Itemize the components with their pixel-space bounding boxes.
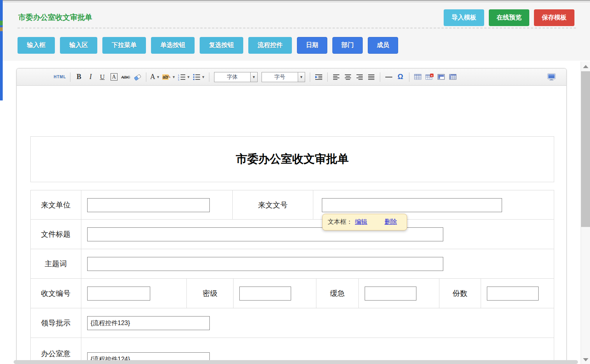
insert-table-button[interactable] xyxy=(413,72,423,82)
scroll-down-arrow-icon[interactable] xyxy=(583,358,588,361)
online-preview-button[interactable]: 在线预览 xyxy=(489,9,529,26)
edit-field-link[interactable]: 编辑 xyxy=(355,218,367,226)
horizontal-scrollbar-thumb[interactable] xyxy=(14,360,578,364)
horizontal-rule-button[interactable] xyxy=(384,72,393,82)
add-dropdown-button[interactable]: 下拉菜单 xyxy=(102,37,146,54)
table-row: 文件标题 xyxy=(31,220,554,249)
field-tooltip: 文本框： 编辑 删除 xyxy=(322,214,407,230)
chevron-down-icon: ▼ xyxy=(156,75,160,79)
table-props-button[interactable] xyxy=(448,72,458,82)
label-huanji: 缓急 xyxy=(316,279,359,308)
editor-document[interactable]: 市委办公室收文审批单 来文单位 来文文号 文件标题 xyxy=(17,86,566,364)
dotted-divider xyxy=(18,28,576,28)
chevron-down-icon: ▼ xyxy=(172,75,176,79)
header: 市委办公室收文审批单 导入模板 在线预览 保存模板 输入框 输入区 下拉菜单 单… xyxy=(3,3,590,61)
chevron-down-icon[interactable]: ▼ xyxy=(298,72,305,82)
toolbar-separator xyxy=(409,72,409,82)
shouwen-bianhao-input[interactable] xyxy=(87,287,150,301)
laiwen-wenhao-input[interactable] xyxy=(322,198,502,212)
underline-button[interactable]: U xyxy=(98,72,107,82)
vertical-scrollbar-thumb[interactable] xyxy=(581,71,590,227)
source-code-label: HTML xyxy=(54,75,66,79)
scroll-up-arrow-icon[interactable] xyxy=(583,65,588,68)
unordered-list-icon xyxy=(193,74,200,81)
highlight-color-button[interactable]: ab ✎ ▼ xyxy=(162,72,176,82)
indent-button[interactable] xyxy=(314,72,323,82)
rich-text-editor: HTML B I U A ABC A ▼ xyxy=(16,68,567,364)
table-row: 收文编号 密级 缓急 份数 xyxy=(31,279,554,308)
table-icon xyxy=(414,74,421,80)
add-date-button[interactable]: 日期 xyxy=(297,37,327,54)
source-code-button[interactable]: HTML xyxy=(54,72,66,82)
add-textarea-button[interactable]: 输入区 xyxy=(60,37,97,54)
table-row: 领导批示 xyxy=(31,308,554,338)
save-template-button[interactable]: 保存模板 xyxy=(534,9,574,26)
chevron-down-icon[interactable]: ▼ xyxy=(250,72,257,82)
form-table: 来文单位 来文文号 文件标题 主题词 xyxy=(30,190,554,364)
toolbar-separator xyxy=(70,72,70,82)
align-left-icon xyxy=(333,74,340,80)
unordered-list-button[interactable]: ▼ xyxy=(193,72,205,82)
toolbar-separator xyxy=(310,72,310,82)
label-fenshu: 份数 xyxy=(439,279,481,308)
miji-input[interactable] xyxy=(239,287,291,301)
add-flow-control-button[interactable]: 流程控件 xyxy=(248,37,292,54)
table-cell-icon xyxy=(437,74,445,80)
cell-wenjian-biaoti xyxy=(81,220,554,249)
fenshu-input[interactable] xyxy=(487,287,539,301)
delete-field-link[interactable]: 删除 xyxy=(385,218,397,226)
laiwen-danwei-input[interactable] xyxy=(87,198,210,212)
lingdao-pishi-input[interactable] xyxy=(87,316,210,330)
format-block-button[interactable]: A xyxy=(109,72,119,82)
ordered-list-button[interactable]: 1 2 3 ▼ xyxy=(178,72,190,82)
component-toolbar: 输入框 输入区 下拉菜单 单选按钮 复选按钮 流程控件 日期 部门 成员 xyxy=(18,37,398,54)
font-family-select[interactable]: 字体 ▼ xyxy=(214,72,258,82)
special-char-button[interactable]: Ω xyxy=(396,72,405,82)
align-justify-button[interactable] xyxy=(367,72,376,82)
cell-fenshu xyxy=(481,279,554,308)
boxed-a-icon: A xyxy=(111,73,118,81)
eraser-icon xyxy=(133,74,142,81)
italic-button[interactable]: I xyxy=(86,72,95,82)
toolbar-separator xyxy=(327,72,328,82)
import-template-button[interactable]: 导入模板 xyxy=(444,9,484,26)
add-department-button[interactable]: 部门 xyxy=(332,37,363,54)
font-size-select[interactable]: 字号 ▼ xyxy=(262,72,305,82)
add-checkbox-button[interactable]: 复选按钮 xyxy=(200,37,243,54)
toolbar-separator xyxy=(380,72,380,82)
cell-lingdao-pishi xyxy=(81,308,554,338)
add-input-box-button[interactable]: 输入框 xyxy=(18,37,55,54)
align-right-icon xyxy=(356,74,363,80)
align-right-button[interactable] xyxy=(355,72,364,82)
align-center-button[interactable] xyxy=(343,72,353,82)
align-left-button[interactable] xyxy=(332,72,341,82)
ordered-list-icon: 1 2 3 xyxy=(178,74,186,81)
page-root: 市委办公室收文审批单 导入模板 在线预览 保存模板 输入框 输入区 下拉菜单 单… xyxy=(0,0,590,364)
cell-zhutici xyxy=(81,249,554,279)
bold-button[interactable]: B xyxy=(74,72,84,82)
fullscreen-button[interactable] xyxy=(547,72,556,82)
font-color-button[interactable]: A ▼ xyxy=(150,72,160,82)
form-title-box: 市委办公室收文审批单 xyxy=(30,136,554,182)
label-laiwen-wenhao: 来文文号 xyxy=(233,190,314,220)
huanji-input[interactable] xyxy=(365,287,416,301)
label-zhutici: 主题词 xyxy=(31,249,81,279)
align-center-icon xyxy=(344,74,351,80)
left-edge-mark xyxy=(0,27,3,31)
delete-table-button[interactable]: × xyxy=(425,72,434,82)
zhutici-input[interactable] xyxy=(87,257,443,271)
remove-format-button[interactable] xyxy=(133,72,142,82)
add-member-button[interactable]: 成员 xyxy=(368,37,398,54)
add-radio-button[interactable]: 单选按钮 xyxy=(151,37,195,54)
chevron-down-icon: ▼ xyxy=(202,75,205,79)
vertical-scrollbar[interactable] xyxy=(581,62,590,364)
left-edge-mark xyxy=(0,21,3,25)
table-cell-props-button[interactable] xyxy=(437,72,446,82)
tooltip-label: 文本框： xyxy=(328,218,353,226)
toolbar-separator xyxy=(146,72,146,82)
svg-text:3: 3 xyxy=(178,78,179,81)
cell-huanji xyxy=(359,279,439,308)
font-family-label: 字体 xyxy=(214,72,250,82)
cell-laiwen-danwei xyxy=(81,190,233,220)
strikethrough-button[interactable]: ABC xyxy=(121,72,130,82)
